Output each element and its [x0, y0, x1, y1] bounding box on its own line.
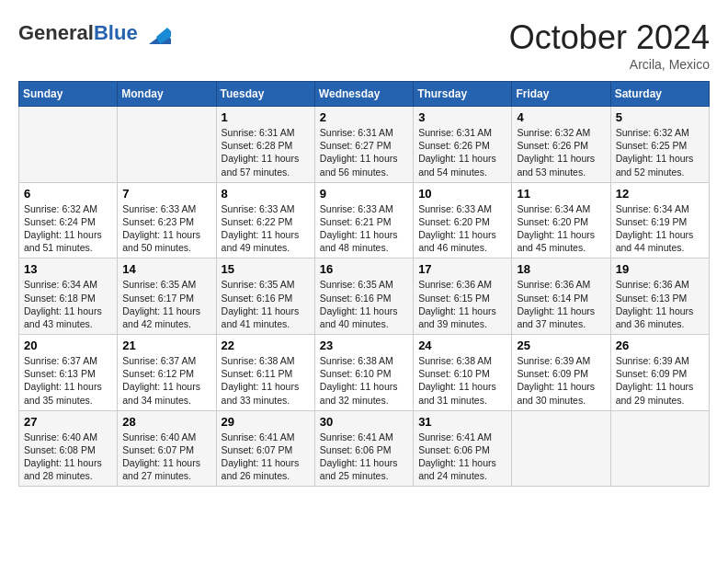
day-number: 25: [517, 339, 605, 352]
day-number: 4: [517, 110, 605, 124]
day-info: Sunrise: 6:32 AMSunset: 6:25 PMDaylight:…: [616, 126, 704, 178]
day-number: 27: [24, 415, 112, 429]
page-header: GeneralBlue October 2024 Arcila, Mexico: [18, 18, 710, 72]
day-info: Sunrise: 6:32 AMSunset: 6:26 PMDaylight:…: [517, 126, 605, 178]
day-number: 1: [222, 110, 310, 124]
calendar-cell: 25Sunrise: 6:39 AMSunset: 6:09 PMDayligh…: [512, 335, 610, 411]
calendar-cell: 3Sunrise: 6:31 AMSunset: 6:26 PMDaylight…: [414, 107, 512, 183]
day-info: Sunrise: 6:34 AMSunset: 6:18 PMDaylight:…: [24, 278, 112, 330]
day-info: Sunrise: 6:33 AMSunset: 6:21 PMDaylight:…: [320, 202, 408, 255]
day-info: Sunrise: 6:35 AMSunset: 6:16 PMDaylight:…: [222, 278, 310, 330]
calendar-cell: 20Sunrise: 6:37 AMSunset: 6:13 PMDayligh…: [19, 335, 118, 411]
calendar-cell: 7Sunrise: 6:33 AMSunset: 6:23 PMDaylight…: [118, 182, 216, 259]
day-info: Sunrise: 6:34 AMSunset: 6:20 PMDaylight:…: [517, 202, 605, 255]
calendar-cell: 6Sunrise: 6:32 AMSunset: 6:24 PMDaylight…: [19, 182, 118, 259]
day-number: 29: [222, 415, 310, 429]
weekday-header-row: SundayMondayTuesdayWednesdayThursdayFrid…: [19, 82, 710, 107]
day-number: 8: [222, 187, 310, 201]
weekday-header: Tuesday: [216, 82, 314, 107]
calendar-cell: [512, 410, 610, 487]
calendar-cell: 17Sunrise: 6:36 AMSunset: 6:15 PMDayligh…: [414, 259, 512, 335]
day-info: Sunrise: 6:33 AMSunset: 6:22 PMDaylight:…: [222, 202, 310, 255]
logo-blue-text: Blue: [94, 21, 138, 44]
calendar-cell: 27Sunrise: 6:40 AMSunset: 6:08 PMDayligh…: [19, 410, 118, 487]
calendar-cell: 23Sunrise: 6:38 AMSunset: 6:10 PMDayligh…: [314, 335, 413, 411]
day-number: 15: [222, 262, 310, 276]
logo: GeneralBlue: [18, 18, 171, 48]
day-info: Sunrise: 6:38 AMSunset: 6:11 PMDaylight:…: [222, 354, 310, 407]
calendar-row: 6Sunrise: 6:32 AMSunset: 6:24 PMDaylight…: [19, 182, 710, 259]
day-number: 24: [418, 339, 506, 352]
calendar-cell: 21Sunrise: 6:37 AMSunset: 6:12 PMDayligh…: [118, 335, 216, 411]
day-number: 3: [418, 110, 506, 124]
calendar-cell: 11Sunrise: 6:34 AMSunset: 6:20 PMDayligh…: [512, 182, 610, 259]
day-info: Sunrise: 6:37 AMSunset: 6:12 PMDaylight:…: [122, 354, 210, 407]
day-number: 21: [122, 339, 210, 352]
calendar-cell: 18Sunrise: 6:36 AMSunset: 6:14 PMDayligh…: [512, 259, 610, 335]
calendar-cell: 9Sunrise: 6:33 AMSunset: 6:21 PMDaylight…: [314, 182, 413, 259]
day-info: Sunrise: 6:36 AMSunset: 6:14 PMDaylight:…: [517, 278, 605, 330]
day-number: 16: [320, 262, 408, 276]
day-number: 31: [418, 415, 506, 429]
month-title: October 2024: [509, 18, 710, 57]
calendar-row: 20Sunrise: 6:37 AMSunset: 6:13 PMDayligh…: [19, 335, 710, 411]
calendar-row: 27Sunrise: 6:40 AMSunset: 6:08 PMDayligh…: [19, 410, 710, 487]
day-number: 30: [320, 415, 408, 429]
day-info: Sunrise: 6:31 AMSunset: 6:27 PMDaylight:…: [320, 126, 408, 178]
calendar-cell: 26Sunrise: 6:39 AMSunset: 6:09 PMDayligh…: [610, 335, 709, 411]
calendar-cell: 13Sunrise: 6:34 AMSunset: 6:18 PMDayligh…: [19, 259, 118, 335]
day-info: Sunrise: 6:36 AMSunset: 6:13 PMDaylight:…: [616, 278, 704, 330]
calendar-cell: 31Sunrise: 6:41 AMSunset: 6:06 PMDayligh…: [414, 410, 512, 487]
day-info: Sunrise: 6:41 AMSunset: 6:06 PMDaylight:…: [418, 431, 506, 483]
calendar-cell: 30Sunrise: 6:41 AMSunset: 6:06 PMDayligh…: [314, 410, 413, 487]
calendar-cell: 28Sunrise: 6:40 AMSunset: 6:07 PMDayligh…: [118, 410, 216, 487]
day-number: 7: [122, 187, 210, 201]
weekday-header: Friday: [512, 82, 610, 107]
title-block: October 2024 Arcila, Mexico: [509, 18, 710, 72]
calendar-cell: 24Sunrise: 6:38 AMSunset: 6:10 PMDayligh…: [414, 335, 512, 411]
day-info: Sunrise: 6:35 AMSunset: 6:17 PMDaylight:…: [122, 278, 210, 330]
weekday-header: Sunday: [19, 82, 118, 107]
calendar-cell: 2Sunrise: 6:31 AMSunset: 6:27 PMDaylight…: [314, 107, 413, 183]
day-info: Sunrise: 6:33 AMSunset: 6:23 PMDaylight:…: [122, 202, 210, 255]
calendar-cell: 15Sunrise: 6:35 AMSunset: 6:16 PMDayligh…: [216, 259, 314, 335]
day-info: Sunrise: 6:36 AMSunset: 6:15 PMDaylight:…: [418, 278, 506, 330]
day-number: 5: [616, 110, 704, 124]
day-info: Sunrise: 6:41 AMSunset: 6:07 PMDaylight:…: [222, 431, 310, 483]
calendar-cell: 5Sunrise: 6:32 AMSunset: 6:25 PMDaylight…: [610, 107, 709, 183]
weekday-header: Monday: [118, 82, 216, 107]
calendar-cell: 12Sunrise: 6:34 AMSunset: 6:19 PMDayligh…: [610, 182, 709, 259]
calendar-cell: 1Sunrise: 6:31 AMSunset: 6:28 PMDaylight…: [216, 107, 314, 183]
calendar-row: 13Sunrise: 6:34 AMSunset: 6:18 PMDayligh…: [19, 259, 710, 335]
weekday-header: Thursday: [414, 82, 512, 107]
day-info: Sunrise: 6:31 AMSunset: 6:28 PMDaylight:…: [222, 126, 310, 178]
weekday-header: Wednesday: [314, 82, 413, 107]
calendar-cell: [118, 107, 216, 183]
day-info: Sunrise: 6:33 AMSunset: 6:20 PMDaylight:…: [418, 202, 506, 255]
day-info: Sunrise: 6:40 AMSunset: 6:07 PMDaylight:…: [122, 431, 210, 483]
day-info: Sunrise: 6:31 AMSunset: 6:26 PMDaylight:…: [418, 126, 506, 178]
day-number: 19: [616, 262, 704, 276]
calendar-cell: 29Sunrise: 6:41 AMSunset: 6:07 PMDayligh…: [216, 410, 314, 487]
day-number: 9: [320, 187, 408, 201]
day-number: 17: [418, 262, 506, 276]
day-info: Sunrise: 6:41 AMSunset: 6:06 PMDaylight:…: [320, 431, 408, 483]
day-number: 13: [24, 262, 112, 276]
day-number: 18: [517, 262, 605, 276]
day-info: Sunrise: 6:37 AMSunset: 6:13 PMDaylight:…: [24, 354, 112, 407]
day-number: 6: [24, 187, 112, 201]
day-number: 11: [517, 187, 605, 201]
calendar-cell: [610, 410, 709, 487]
day-number: 20: [24, 339, 112, 352]
calendar-row: 1Sunrise: 6:31 AMSunset: 6:28 PMDaylight…: [19, 107, 710, 183]
day-info: Sunrise: 6:32 AMSunset: 6:24 PMDaylight:…: [24, 202, 112, 255]
day-number: 10: [418, 187, 506, 201]
calendar-table: SundayMondayTuesdayWednesdayThursdayFrid…: [18, 81, 710, 487]
day-number: 12: [616, 187, 704, 201]
day-info: Sunrise: 6:35 AMSunset: 6:16 PMDaylight:…: [320, 278, 408, 330]
calendar-cell: 22Sunrise: 6:38 AMSunset: 6:11 PMDayligh…: [216, 335, 314, 411]
calendar-cell: 14Sunrise: 6:35 AMSunset: 6:17 PMDayligh…: [118, 259, 216, 335]
day-info: Sunrise: 6:34 AMSunset: 6:19 PMDaylight:…: [616, 202, 704, 255]
weekday-header: Saturday: [610, 82, 709, 107]
day-number: 14: [122, 262, 210, 276]
